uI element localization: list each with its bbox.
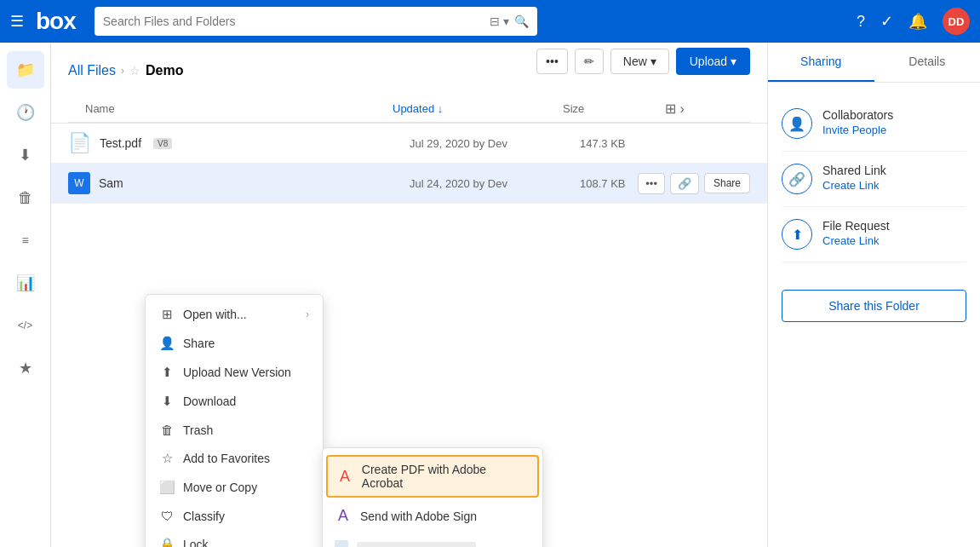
header-top-row: All Files › ☆ Demo ••• ✏ New ▾ Upload ▾ [68, 55, 750, 87]
ctx-lock[interactable]: 🔒 Lock [146, 530, 323, 547]
hamburger-icon[interactable]: ☰ [10, 12, 24, 31]
breadcrumb-root[interactable]: All Files [68, 63, 116, 78]
ctx-open-with-label: Open with... [183, 308, 247, 321]
shared-link-title: Shared Link [822, 164, 886, 177]
sign-button[interactable]: ✏ [575, 49, 604, 74]
sharing-shared-link: 🔗 Shared Link Create Link [782, 152, 966, 207]
column-header-updated[interactable]: Updated ↓ [393, 101, 563, 117]
star-icon[interactable]: ☆ [129, 64, 140, 78]
main-layout: 📁 🕐 ⬇ 🗑 ≡ 📊 </> ★ All Files › ☆ Demo •••… [0, 43, 980, 547]
file-more-button[interactable]: ••• [638, 173, 665, 194]
move-icon: ⬜ [159, 480, 175, 495]
ctx-move-label: Move or Copy [183, 481, 257, 494]
breadcrumb-separator: › [121, 65, 124, 77]
right-sidebar: Sharing Details 👤 Collaborators Invite P… [767, 43, 980, 547]
pdf-icon: 📄 [68, 132, 91, 154]
sidebar-item-downloads[interactable]: ⬇ [7, 136, 44, 174]
file-manager-header: All Files › ☆ Demo ••• ✏ New ▾ Upload ▾ … [51, 43, 767, 124]
sidebar-item-recents[interactable]: 🕐 [7, 94, 44, 131]
column-header-name[interactable]: Name [85, 101, 393, 117]
more-actions-button[interactable]: ••• [536, 49, 568, 74]
search-input[interactable] [103, 14, 484, 28]
collaborators-icon: 👤 [782, 108, 812, 139]
shared-link-info: Shared Link Create Link [822, 164, 886, 192]
file-name-text[interactable]: Test.pdf [100, 136, 141, 150]
column-header-size[interactable]: Size [563, 101, 665, 117]
search-icon[interactable]: 🔍 [514, 14, 529, 28]
view-toggle[interactable]: ⊞ › [665, 101, 733, 117]
open-with-icon: ⊞ [159, 307, 175, 322]
file-name-cell: W Sam [68, 172, 410, 194]
table-row: 📄 Test.pdf V8 Jul 29, 2020 by Dev 147.3 … [51, 124, 767, 164]
breadcrumb-current: Demo [146, 63, 183, 78]
content-area: All Files › ☆ Demo ••• ✏ New ▾ Upload ▾ … [51, 43, 767, 547]
sidebar-item-files[interactable]: 📁 [7, 51, 44, 89]
files-list: 📄 Test.pdf V8 Jul 29, 2020 by Dev 147.3 … [51, 124, 767, 547]
download-icon: ⬇ [159, 394, 175, 409]
ctx-upload-label: Upload New Version [183, 366, 291, 379]
context-menu: ⊞ Open with... › 👤 Share ⬆ Upload New Ve… [145, 294, 324, 547]
avatar[interactable]: DD [943, 8, 970, 35]
ctx-move-copy[interactable]: ⬜ Move or Copy [146, 473, 323, 502]
trash-icon: 🗑 [159, 423, 175, 437]
lock-icon: 🔒 [159, 537, 175, 547]
app-logo: box [36, 8, 76, 35]
sidebar-item-favorites[interactable]: ★ [7, 349, 44, 387]
submenu-create-pdf[interactable]: A Create PDF with Adobe Acrobat [326, 455, 539, 498]
ctx-open-with[interactable]: ⊞ Open with... › [146, 300, 323, 329]
submenu-arrow-icon: › [306, 308, 309, 320]
file-link-button[interactable]: 🔗 [670, 173, 699, 194]
filter-icon[interactable]: ⊟ ▾ [490, 14, 509, 28]
favorites-icon: ☆ [159, 451, 175, 466]
shared-link-icon: 🔗 [782, 164, 812, 194]
sharing-collaborators: 👤 Collaborators Invite People [782, 96, 966, 152]
sidebar-item-developer[interactable]: </> [7, 307, 44, 344]
acrobat-icon: A [336, 468, 353, 486]
ctx-share[interactable]: 👤 Share [146, 329, 323, 358]
ctx-upload-new-version[interactable]: ⬆ Upload New Version [146, 358, 323, 387]
file-share-button[interactable]: Share [704, 173, 750, 193]
share-icon: 👤 [159, 336, 175, 351]
create-shared-link[interactable]: Create Link [822, 179, 886, 192]
ctx-classify-label: Classify [183, 510, 225, 523]
classify-icon: 🛡 [159, 509, 175, 523]
tab-details[interactable]: Details [874, 43, 981, 82]
upload-icon: ⬆ [159, 365, 175, 380]
doc-icon: W [68, 172, 90, 194]
file-request-icon: ⬆ [782, 219, 812, 250]
ctx-classify[interactable]: 🛡 Classify [146, 502, 323, 530]
sidebar-item-tasks[interactable]: ≡ [7, 222, 44, 259]
ctx-lock-label: Lock [183, 538, 209, 547]
file-name-text[interactable]: Sam [99, 176, 123, 190]
adobe-sign-icon: A [335, 507, 352, 525]
file-request-info: File Request Create Link [822, 219, 890, 247]
submenu-send-sign[interactable]: A Send with Adobe Sign [323, 499, 542, 533]
file-actions-cell: ••• 🔗 Share [682, 173, 750, 194]
ctx-add-favorites[interactable]: ☆ Add to Favorites [146, 444, 323, 473]
breadcrumb: All Files › ☆ Demo [68, 63, 183, 78]
file-updated-cell: Jul 24, 2020 by Dev [410, 177, 580, 190]
tab-sharing[interactable]: Sharing [768, 43, 874, 82]
upload-button[interactable]: Upload ▾ [676, 48, 750, 75]
sharing-section: 👤 Collaborators Invite People 🔗 Shared L… [768, 83, 980, 276]
tasks-icon[interactable]: ✓ [880, 12, 893, 31]
file-size-cell: 108.7 KB [580, 177, 682, 190]
ctx-download[interactable]: ⬇ Download [146, 387, 323, 416]
search-bar-container: ⊟ ▾ 🔍 [95, 7, 537, 36]
new-button[interactable]: New ▾ [610, 49, 669, 74]
sidebar-item-analytics[interactable]: 📊 [7, 264, 44, 302]
ctx-share-label: Share [183, 337, 215, 350]
create-request-link[interactable]: Create Link [822, 234, 890, 247]
top-navigation: ☰ box ⊟ ▾ 🔍 ? ✓ 🔔 DD [0, 0, 980, 43]
sidebar-item-trash[interactable]: 🗑 [7, 179, 44, 216]
help-icon[interactable]: ? [857, 13, 865, 31]
submenu-blurred-1 [323, 533, 542, 547]
invite-people-link[interactable]: Invite People [822, 124, 893, 136]
notifications-icon[interactable]: 🔔 [908, 12, 927, 31]
collaborators-title: Collaborators [822, 108, 893, 122]
share-folder-button[interactable]: Share this Folder [782, 290, 966, 322]
ctx-favorites-label: Add to Favorites [183, 452, 270, 465]
ctx-trash[interactable]: 🗑 Trash [146, 416, 323, 444]
file-table-header: Name Updated ↓ Size ⊞ › [68, 95, 750, 123]
file-request-title: File Request [822, 219, 890, 233]
